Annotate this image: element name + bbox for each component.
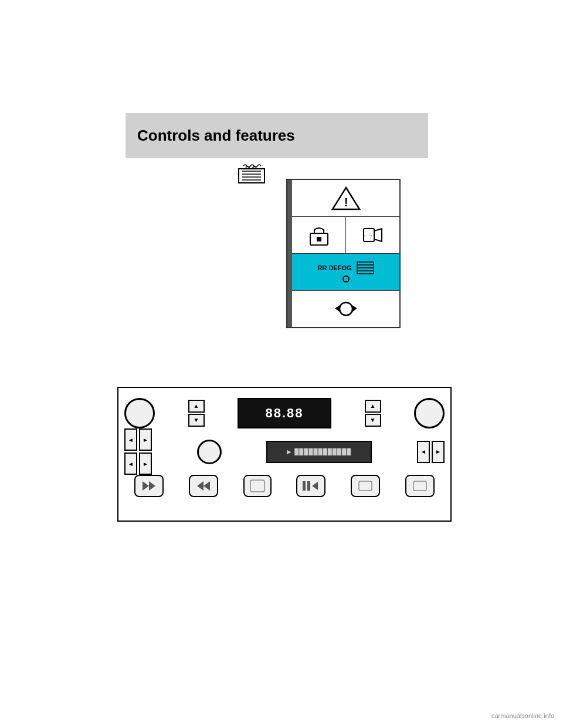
header-banner: Controls and features (126, 113, 428, 158)
left-up-btn[interactable]: ▲ (188, 400, 205, 413)
left-up-down: ▲ ▼ (188, 400, 205, 427)
rr-defog-row[interactable]: RR DEFOG (287, 254, 399, 291)
hazard-row[interactable]: ! (287, 180, 399, 217)
preset-btn-5[interactable] (351, 475, 380, 497)
seek-left2-btn[interactable]: ◄ (124, 453, 137, 475)
right-down-btn[interactable]: ▼ (365, 414, 381, 427)
svg-marker-16 (335, 305, 340, 312)
mirror-icon: ←→ (362, 224, 384, 246)
defog-grid-icon (357, 261, 374, 274)
rr-defog-text: RR DEFOG (317, 264, 351, 271)
svg-marker-15 (352, 305, 357, 312)
watermark: carmanualsonline.info (491, 712, 554, 719)
preset-btn-1[interactable] (134, 475, 164, 497)
preset-btn-4[interactable] (296, 475, 325, 497)
defog-icon-top (238, 164, 266, 187)
defog-indicator (342, 275, 350, 283)
hazard-button[interactable]: ! (292, 180, 399, 216)
mirror-fold-button[interactable]: ←→ (346, 217, 399, 253)
preset-row (124, 471, 445, 501)
radio-row2: ◄ ► ◄ ► ▶ ████████████ ◄ ► (124, 436, 445, 468)
rr-defog-button[interactable]: RR DEFOG (292, 254, 399, 290)
watermark-text: carmanualsonline.info (491, 712, 554, 719)
rr-defog-label-row: RR DEFOG (317, 261, 374, 274)
svg-text:←→: ←→ (362, 233, 373, 239)
preset-btn-2[interactable] (189, 475, 218, 497)
volume-knob[interactable] (124, 398, 155, 428)
svg-rect-22 (303, 481, 306, 491)
seek-buttons: ◄ ► ◄ ► (124, 428, 152, 475)
empty-icon (249, 478, 266, 494)
radio-row1: ▲ ▼ 88.88 ▲ ▼ (124, 394, 445, 432)
svg-marker-18 (149, 481, 155, 491)
svg-rect-8 (317, 237, 321, 241)
hazard-warning-icon: ! (331, 186, 361, 210)
svg-marker-19 (197, 481, 204, 491)
right-r-btn[interactable]: ► (432, 441, 445, 463)
frequency-display: 88.88 (238, 398, 331, 428)
door-lock-button[interactable] (292, 217, 346, 253)
preset-btn-6[interactable] (405, 475, 435, 497)
play-pause-icon (301, 479, 320, 492)
svg-marker-20 (204, 481, 210, 491)
panel-tab (287, 180, 292, 327)
right-up-down: ▲ ▼ (365, 400, 381, 427)
svg-marker-24 (312, 482, 318, 490)
button-panel: ! ←→ RR DEFOG (286, 179, 401, 328)
display-text: 88.88 (265, 406, 303, 421)
radio-unit: ▲ ▼ 88.88 ▲ ▼ ◄ ► ◄ ► ▶ ████████████ (117, 387, 452, 522)
rewind-icon (141, 479, 157, 492)
svg-rect-26 (413, 481, 426, 491)
seek-row2: ◄ ► (124, 453, 152, 475)
lock-mirror-row: ←→ (287, 217, 399, 254)
recirculate-icon (335, 300, 357, 318)
seek-right-btn[interactable]: ► (139, 428, 152, 451)
preset-btn-3[interactable] (243, 475, 272, 497)
seek-left-btn[interactable]: ◄ (124, 428, 137, 451)
ff-icon (195, 479, 212, 492)
seek-row: ◄ ► (124, 428, 152, 451)
seek-right2-btn[interactable]: ► (139, 453, 152, 475)
right-up-btn[interactable]: ▲ (365, 400, 381, 413)
tuner-knob[interactable] (414, 398, 445, 428)
bass-knob[interactable] (197, 440, 222, 464)
mode-display: ▶ ████████████ (266, 441, 372, 463)
recirculate-row[interactable] (287, 291, 399, 327)
left-down-btn[interactable]: ▼ (188, 414, 205, 427)
right-l-btn[interactable]: ◄ (417, 441, 430, 463)
svg-text:!: ! (344, 196, 348, 209)
svg-rect-25 (359, 481, 372, 491)
door-lock-icon (308, 224, 330, 246)
svg-rect-21 (250, 480, 264, 492)
mode-text: ▶ ████████████ (287, 448, 351, 455)
page-title: Controls and features (137, 127, 295, 145)
btn5-icon (357, 479, 374, 492)
recirculate-button[interactable] (292, 291, 399, 327)
svg-rect-23 (307, 481, 310, 491)
btn6-icon (412, 479, 428, 492)
svg-marker-17 (143, 481, 149, 491)
right-lr-group: ◄ ► (417, 441, 445, 463)
